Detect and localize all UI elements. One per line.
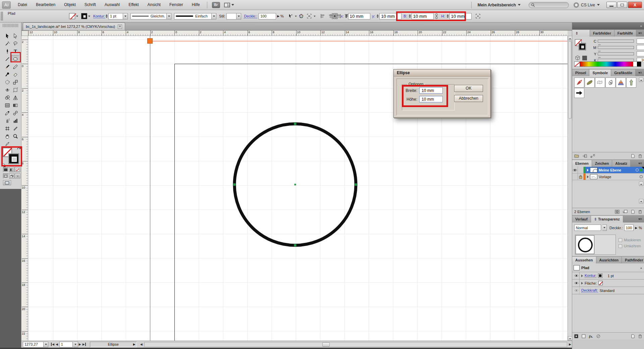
width-profile-select[interactable]: Einfach: [174, 13, 212, 19]
layers-scrollbar[interactable]: ▲: [639, 182, 643, 186]
opacity-link[interactable]: Deckkr.:: [244, 14, 257, 18]
panel-tab[interactable]: Zeichen: [592, 160, 612, 167]
cancel-button[interactable]: Abbrechen: [454, 95, 483, 102]
spectrum-white-swatch[interactable]: [633, 62, 637, 66]
selection-tool[interactable]: [3, 32, 11, 40]
scroll-up-icon[interactable]: ▲: [640, 266, 643, 269]
fill-none-swatch[interactable]: [598, 281, 603, 285]
visibility-toggle[interactable]: [574, 272, 580, 279]
symbol-paisley[interactable]: [605, 78, 615, 88]
previous-page-button[interactable]: ◀: [56, 343, 58, 346]
symbol-feather[interactable]: [585, 78, 595, 88]
paintbrush-tool[interactable]: [3, 63, 11, 70]
ok-button[interactable]: OK: [454, 85, 483, 92]
channel-value[interactable]: 0: [637, 45, 644, 50]
new-layer-icon[interactable]: [631, 210, 635, 214]
channel-value[interactable]: 0: [637, 39, 644, 44]
appearance-opacity-row[interactable]: Deckkraft: Standard: [572, 287, 644, 294]
opacity-link[interactable]: Deckkraft:: [581, 288, 598, 293]
canvas[interactable]: Ellipse Optionen Breite: Höhe: OK Abbrec…: [28, 36, 568, 341]
eyedropper-tool[interactable]: [3, 109, 11, 117]
layers-scrollbar-down[interactable]: ▼: [639, 199, 643, 203]
pencil-tool[interactable]: [11, 63, 19, 70]
style-select[interactable]: [226, 13, 236, 19]
panel-tab[interactable]: Pinsel: [572, 69, 589, 76]
search-input[interactable]: [529, 2, 569, 8]
style-dropdown[interactable]: [236, 13, 241, 19]
menu-item[interactable]: Fenster: [165, 0, 187, 10]
make-clipping-mask-icon[interactable]: [615, 210, 620, 214]
panel-tab[interactable]: Absatz: [612, 160, 631, 167]
x-input[interactable]: [348, 13, 370, 19]
opacity-slider-arrow[interactable]: ▶: [277, 14, 279, 18]
symbol-sprayer-tool[interactable]: [3, 117, 11, 124]
panel-tab[interactable]: Pathfinder: [622, 257, 644, 263]
expand-triangle-icon[interactable]: [587, 169, 589, 171]
vertical-ruler[interactable]: 20246810121416182022: [21, 36, 28, 341]
next-page-button[interactable]: ▶: [79, 343, 81, 346]
magic-wand-tool[interactable]: [3, 40, 11, 47]
vertical-scrollbar[interactable]: ▲ ▼: [568, 36, 572, 341]
panel-menu-icon[interactable]: ▾≡: [636, 69, 644, 76]
menu-item[interactable]: Schrift: [80, 0, 100, 10]
align-left-button[interactable]: [319, 12, 326, 20]
expand-triangle-icon[interactable]: [587, 176, 589, 178]
color-fill-stroke-proxy[interactable]: [575, 39, 590, 54]
close-button[interactable]: X: [628, 2, 642, 8]
transform-panel-icon[interactable]: [474, 12, 482, 20]
symbols-scrollbar[interactable]: ▲: [639, 78, 643, 82]
stroke-uniform-select[interactable]: Gleichm.: [130, 13, 167, 19]
stroke-uniform-dropdown[interactable]: [167, 13, 171, 19]
blend-mode-select[interactable]: Normal: [574, 225, 601, 231]
panel-menu-icon[interactable]: ▾≡: [636, 160, 644, 167]
artboard-tool[interactable]: [3, 124, 11, 132]
mesh-tool[interactable]: [3, 101, 11, 109]
draw-normal-button[interactable]: [3, 173, 9, 179]
menu-item[interactable]: Datei: [13, 0, 32, 10]
opacity-value[interactable]: 100: [259, 13, 276, 19]
slider-knob[interactable]: [598, 43, 601, 45]
clear-appearance-icon[interactable]: [596, 334, 600, 338]
break-link-icon[interactable]: [590, 154, 595, 158]
x-stepper[interactable]: [345, 14, 347, 18]
toolbar-grip[interactable]: [3, 24, 18, 27]
panel-tab[interactable]: Ebenen: [572, 160, 592, 167]
new-fill-icon[interactable]: [582, 334, 586, 338]
menu-item[interactable]: Objekt: [60, 0, 80, 10]
panel-grip[interactable]: [1, 12, 3, 20]
slider-knob[interactable]: [598, 49, 601, 51]
opacity-value[interactable]: 100: [624, 225, 634, 231]
column-graph-tool[interactable]: [11, 117, 19, 124]
fill-color-control[interactable]: [69, 13, 78, 19]
perspective-grid-tool[interactable]: [11, 94, 19, 101]
channel-slider[interactable]: [598, 40, 634, 43]
menu-item[interactable]: Auswahl: [100, 0, 124, 10]
new-symbol-icon[interactable]: [631, 154, 635, 158]
width-tool[interactable]: [3, 86, 11, 94]
panel-tab[interactable]: Farbe: [572, 30, 590, 37]
layer-name[interactable]: Vorlage: [599, 175, 611, 179]
panel-tab[interactable]: Farbhilfe: [614, 30, 636, 37]
symbol-arrow-right[interactable]: [574, 88, 584, 98]
isolate-selection-button[interactable]: [306, 12, 313, 20]
spectrum-gradient[interactable]: [580, 62, 633, 66]
bridge-button[interactable]: Br: [212, 2, 220, 8]
close-tab-icon[interactable]: ✕: [118, 24, 122, 29]
delete-layer-icon[interactable]: [638, 210, 642, 214]
horizontal-scroll-thumb[interactable]: [322, 342, 330, 347]
visibility-toggle[interactable]: [572, 173, 578, 180]
appearance-object-row[interactable]: Pfad ▲: [572, 263, 644, 272]
channel-slider[interactable]: [598, 46, 634, 49]
delete-item-icon[interactable]: [638, 334, 642, 338]
spectrum-black-swatch[interactable]: [637, 62, 641, 66]
width-profile-dropdown[interactable]: [212, 13, 216, 19]
panel-tab[interactable]: Symbole: [589, 69, 611, 76]
status-tool-indicator[interactable]: Ellipse ▶: [90, 342, 137, 347]
object-thumbnail[interactable]: [576, 235, 594, 254]
draw-inside-button[interactable]: [15, 173, 20, 179]
arrange-documents-button[interactable]: [224, 3, 234, 7]
free-transform-tool[interactable]: [11, 86, 19, 94]
channel-slider[interactable]: [598, 52, 634, 55]
target-circle-icon[interactable]: [636, 168, 639, 171]
document-tab[interactable]: bc_1s_landscape.ai* bei 1273,27 % (CMYK/…: [23, 22, 125, 30]
